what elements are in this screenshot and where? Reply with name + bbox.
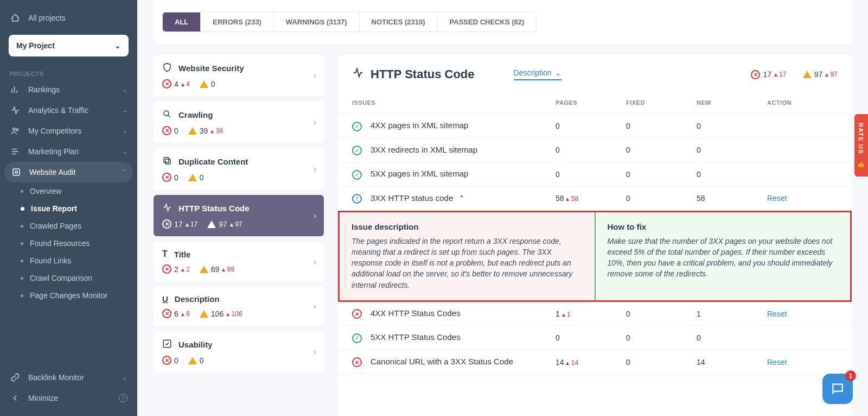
warning-icon: [803, 71, 812, 78]
chevron-down-icon: ⌄: [114, 41, 121, 50]
tab-passed[interactable]: PASSED CHECKS (82): [438, 12, 537, 31]
chevron-up-icon: ⌃: [458, 194, 465, 203]
description-dropdown[interactable]: Description ⌄: [514, 68, 561, 80]
tab-notices[interactable]: NOTICES (2310): [360, 12, 438, 31]
filter-tabs-card: ALL ERRORS (233) WARNINGS (3137) NOTICES…: [154, 0, 852, 44]
nav-minimize[interactable]: Minimize ?: [0, 388, 137, 408]
arrow-left-icon: [10, 393, 21, 403]
cat-crawling[interactable]: Crawling › ✕0 39▴ 38: [154, 102, 324, 143]
cat-title[interactable]: TTitle › ✕2▴ 2 69▴ 69: [154, 242, 324, 281]
table-row[interactable]: ✓4XX pages in XML sitemap 0 0 0: [338, 114, 852, 138]
sub-crawl-comparison[interactable]: Crawl Comparison: [5, 269, 137, 287]
sub-page-changes[interactable]: Page Changes Monitor: [5, 287, 137, 304]
chevron-up-icon: ⌃: [121, 168, 126, 176]
audit-icon: [11, 167, 22, 177]
how-to-fix-box: How to fix Make sure that the number of …: [596, 212, 851, 300]
chevron-right-icon: ›: [314, 302, 316, 311]
table-header: ISSUES PAGES FIXED NEW ACTION: [338, 92, 852, 114]
chevron-down-icon: ⌄: [122, 374, 127, 381]
sub-overview[interactable]: Overview: [5, 182, 137, 200]
chevron-right-icon: ›: [314, 71, 316, 80]
error-icon: ✕: [162, 126, 171, 135]
issue-pane: HTTP Status Code Description ⌄ ✕17 ▴ 17 …: [338, 55, 852, 416]
table-row[interactable]: ✓5XX HTTP Status Codes 0 0 0: [338, 326, 852, 350]
table-row[interactable]: ✓5XX pages in XML sitemap 0 0 0: [338, 162, 852, 187]
pane-stats: ✕17 ▴ 17 97 ▴ 97: [751, 70, 838, 79]
chat-button[interactable]: 1: [822, 374, 853, 404]
ok-icon: ✓: [352, 146, 362, 155]
cat-description[interactable]: UDescription › ✕6▴ 6 106▴ 106: [154, 287, 324, 326]
home-icon: [10, 13, 21, 23]
cat-duplicate-content[interactable]: Duplicate Content › ✕0 0: [154, 148, 324, 190]
content-row: Website Security › ✕4▴ 4 0 Crawling › ✕0…: [137, 55, 868, 416]
sub-crawled-pages[interactable]: Crawled Pages: [5, 217, 137, 235]
chevron-right-icon: ›: [314, 348, 316, 356]
error-icon: ✕: [162, 356, 171, 365]
table-row[interactable]: ✓3XX redirects in XML sitemap 0 0 0: [338, 138, 852, 163]
link-icon: [10, 373, 21, 382]
svg-point-1: [16, 129, 18, 131]
table-row[interactable]: ✕4XX HTTP Status Codes 1 ▴ 1 0 1 Reset: [338, 302, 852, 326]
sub-found-resources[interactable]: Found Resources: [5, 235, 137, 252]
info-icon: !: [352, 194, 362, 204]
main: ALL ERRORS (233) WARNINGS (3137) NOTICES…: [137, 0, 868, 416]
chat-badge: 1: [845, 370, 856, 381]
audit-sublist: Overview Issue Report Crawled Pages Foun…: [0, 182, 137, 304]
nav-all-projects[interactable]: All projects: [0, 8, 137, 28]
filter-tabs: ALL ERRORS (233) WARNINGS (3137) NOTICES…: [162, 12, 537, 32]
category-list: Website Security › ✕4▴ 4 0 Crawling › ✕0…: [154, 55, 327, 416]
project-selector[interactable]: My Project ⌄: [9, 35, 129, 56]
search-icon: [162, 109, 172, 121]
error-icon: ✕: [162, 219, 171, 229]
cat-http-status-code[interactable]: HTTP Status Code › ✕17▴ 17 97▴ 97: [154, 195, 324, 236]
cat-website-security[interactable]: Website Security › ✕4▴ 4 0: [154, 55, 324, 96]
nav-backlink-monitor[interactable]: Backlink Monitor ⌄: [0, 367, 137, 388]
error-icon: ✕: [352, 309, 362, 319]
warning-icon: [200, 310, 208, 318]
chevron-down-icon: ⌄: [122, 106, 127, 114]
error-icon: ✕: [162, 173, 171, 182]
sidebar: All projects My Project ⌄ PROJECTS Ranki…: [0, 0, 137, 416]
svg-point-3: [15, 171, 18, 174]
warning-icon: [207, 220, 216, 228]
help-icon: ?: [119, 394, 127, 402]
project-name: My Project: [16, 41, 55, 50]
svg-point-0: [13, 128, 16, 131]
reset-link[interactable]: Reset: [767, 194, 787, 203]
reset-link[interactable]: Reset: [767, 358, 787, 367]
error-icon: ✕: [751, 70, 760, 79]
people-icon: [10, 126, 21, 136]
cat-usability[interactable]: Usability › ✕0 0: [154, 331, 324, 373]
sub-issue-report[interactable]: Issue Report: [5, 200, 137, 217]
reset-link[interactable]: Reset: [767, 310, 787, 318]
projects-section-label: PROJECTS: [0, 66, 137, 79]
list-icon: [10, 147, 21, 156]
underline-icon: U: [162, 294, 168, 304]
table-row[interactable]: ✕Canonical URL with a 3XX Status Code 14…: [338, 350, 852, 375]
nav-rankings[interactable]: Rankings ⌄: [0, 79, 137, 100]
bars-icon: [10, 85, 21, 94]
chevron-down-icon: ⌄: [122, 127, 127, 135]
chevron-right-icon: ›: [314, 257, 316, 266]
svg-rect-2: [13, 169, 20, 175]
nav-analytics[interactable]: Analytics & Traffic ⌄: [0, 100, 137, 121]
nav-website-audit[interactable]: Website Audit ⌃: [4, 162, 133, 182]
tab-errors[interactable]: ERRORS (233): [201, 12, 274, 31]
nav-competitors[interactable]: My Competitors ⌄: [0, 121, 137, 141]
chevron-down-icon: ⌄: [122, 86, 127, 93]
tab-warnings[interactable]: WARNINGS (3137): [274, 12, 360, 31]
svg-rect-6: [164, 157, 169, 162]
warning-icon: [188, 174, 197, 181]
issue-description-box: Issue description The pages indicated in…: [340, 212, 596, 300]
chevron-down-icon: ⌄: [555, 68, 561, 77]
rate-us-tab[interactable]: RATE US 👍: [854, 114, 868, 177]
all-projects-label: All projects: [28, 14, 65, 22]
sub-found-links[interactable]: Found Links: [5, 252, 137, 269]
pulse-icon: [352, 67, 364, 82]
ok-icon: ✓: [352, 333, 362, 343]
nav-marketing-plan[interactable]: Marketing Plan ⌄: [0, 141, 137, 162]
thumbs-up-icon: 👍: [858, 160, 864, 168]
tab-all[interactable]: ALL: [163, 12, 201, 31]
error-icon: ✕: [162, 79, 171, 89]
table-row-expanded[interactable]: !3XX HTTP status code ⌃ 58 ▴ 58 0 58 Res…: [338, 187, 852, 211]
